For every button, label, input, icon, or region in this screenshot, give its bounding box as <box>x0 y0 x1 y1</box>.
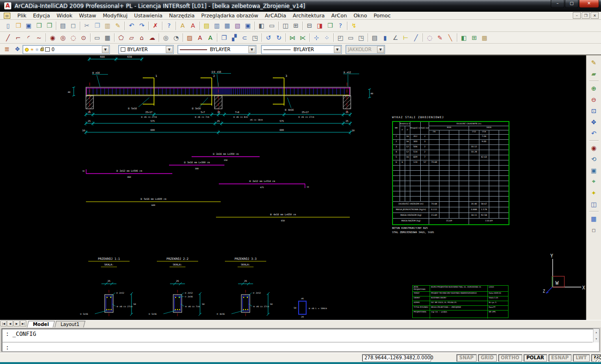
spline-button[interactable]: ~ <box>34 33 44 43</box>
hatch-button[interactable]: ▨ <box>185 33 195 43</box>
sketch-button[interactable]: ✎ <box>588 57 600 68</box>
layers-dialog-button[interactable]: ≣ <box>2 44 12 54</box>
polygon-button[interactable]: ⬠ <box>116 33 126 43</box>
view-axes-button[interactable]: ⌖ <box>588 176 600 187</box>
export-button[interactable]: ❐ <box>44 21 54 30</box>
dim-style-button[interactable]: ▦ <box>222 21 232 30</box>
lineweight-combo[interactable]: BYLAYER ▼ <box>261 45 342 54</box>
plot-button[interactable]: ▤ <box>370 33 380 43</box>
redline-button[interactable]: ✎ <box>435 33 445 43</box>
toggle-grid[interactable]: GRID <box>478 354 497 362</box>
layer-combo-arrow[interactable]: ▼ <box>102 46 109 53</box>
tab-nav-1[interactable]: ◀ <box>7 320 13 326</box>
rotate-copy-button[interactable]: ↻ <box>274 33 284 43</box>
command-input[interactable]: : <box>2 343 599 351</box>
screen-menu-button[interactable]: ▣ <box>243 21 253 30</box>
spell-button[interactable]: A <box>177 21 188 30</box>
entity-button[interactable]: ◧ <box>459 33 469 43</box>
lineweight-combo-arrow[interactable]: ▼ <box>334 46 341 53</box>
style-mgr-button[interactable]: ▧ <box>232 21 243 30</box>
paste-button[interactable]: ▥ <box>102 21 113 30</box>
menu-arcadia[interactable]: ArCADia <box>262 12 290 19</box>
menu-ustawienia[interactable]: Ustawienia <box>131 12 166 19</box>
color-combo-arrow[interactable]: ▼ <box>166 46 173 53</box>
circle-2p-button[interactable]: ◎ <box>58 33 68 43</box>
help-button[interactable]: ? <box>164 21 174 30</box>
zoom-in-button[interactable]: ⊕ <box>588 83 600 93</box>
arc-button[interactable]: ◜ <box>23 33 34 43</box>
stats-button[interactable]: ▮ <box>380 33 390 43</box>
mdi-minimize-button[interactable]: – <box>573 12 581 19</box>
table-yellow-button[interactable]: ▤ <box>201 21 212 30</box>
ruler-button[interactable]: ⊢ <box>401 33 411 43</box>
view-orbit-button[interactable]: ⟲ <box>588 154 600 164</box>
frame-d-button[interactable]: ◳ <box>250 33 260 43</box>
panel-strip-button[interactable]: ▭ <box>267 21 277 30</box>
layout-frame-button[interactable]: ▫ <box>588 225 600 235</box>
menu-modyfikuj[interactable]: Modyfikuj <box>100 12 131 19</box>
menu-architektura[interactable]: Architektura <box>290 12 328 19</box>
zoom-dynamic-button[interactable]: ✥ <box>588 117 600 127</box>
region-2-button[interactable]: ▭ <box>346 33 356 43</box>
circle-center-button[interactable]: ◉ <box>47 33 58 43</box>
new-sheet-button[interactable]: ❒ <box>325 21 335 30</box>
print-preview-button[interactable]: ◻ <box>68 21 78 30</box>
table-view-button[interactable]: ▦ <box>588 213 600 224</box>
view-star-button[interactable]: ✦ <box>588 188 600 198</box>
copy-obj-button[interactable]: ❐ <box>219 33 229 43</box>
line-button[interactable]: ╱ <box>3 33 13 43</box>
menu-pomoc[interactable]: Pomoc <box>370 12 394 19</box>
inspect-button[interactable]: ◌ <box>424 33 435 43</box>
tab-nav-2[interactable]: ▶ <box>14 320 20 326</box>
explorer-button[interactable]: ⊟ <box>304 21 315 30</box>
menu-okno[interactable]: Okno <box>350 12 370 19</box>
copy-button[interactable]: ❐ <box>92 21 102 30</box>
angle-button[interactable]: ∠ <box>390 33 401 43</box>
menu-wstaw[interactable]: Wstaw <box>76 12 100 19</box>
erase-tool-button[interactable]: ▰ <box>588 68 600 79</box>
linetype-combo[interactable]: BYLAYER ▼ <box>177 45 256 54</box>
command-scrollbar[interactable]: ▲▼ <box>593 329 599 342</box>
menu-arcon[interactable]: ArCon <box>328 12 350 19</box>
offset-button[interactable]: ⊂ <box>239 33 250 43</box>
ellipse-button[interactable]: ⊙ <box>78 33 89 43</box>
tab-model[interactable]: Model <box>27 321 55 327</box>
zoom-previous-button[interactable]: ↶ <box>588 128 600 138</box>
array-button[interactable]: ▞ <box>229 33 239 43</box>
new-button[interactable]: ▯ <box>3 21 13 30</box>
menu-narz-dzia[interactable]: Narzędzia <box>166 12 198 19</box>
match-props-button[interactable]: ✎ <box>113 21 123 30</box>
select-button[interactable]: ⊹ <box>311 33 322 43</box>
rotated-rect-button[interactable]: ▱ <box>126 33 137 43</box>
view-redline-button[interactable]: ◉ <box>588 143 600 153</box>
cut-button[interactable]: ✂ <box>82 21 92 30</box>
intellicad-bolt-button[interactable]: ↯ <box>349 21 359 30</box>
maximize-button[interactable]: ▢ <box>565 0 578 8</box>
layer-combo[interactable]: ☀ ❄ 0 ▼ <box>23 45 110 54</box>
mdi-restore-button[interactable]: ❐ <box>582 12 590 19</box>
tab-layout1[interactable]: Layout1 <box>54 321 85 327</box>
donut-button[interactable]: ◎ <box>161 33 171 43</box>
rotate-button[interactable]: ↺ <box>263 33 274 43</box>
mirror-v-button[interactable]: ⋉ <box>298 33 308 43</box>
zoom-out-button[interactable]: ⊖ <box>588 94 600 105</box>
region-3-button[interactable]: ◳ <box>356 33 366 43</box>
panel-left-button[interactable]: ◧ <box>256 21 267 30</box>
menu-przegl-darka-obraz-w[interactable]: Przeglądarka obrazów <box>198 12 262 19</box>
undo-button[interactable]: ↶ <box>126 21 137 30</box>
mirror-button[interactable]: ⋈ <box>287 33 298 43</box>
frame-1-button[interactable]: ◫ <box>280 21 291 30</box>
toggle-lwt[interactable]: LWT <box>573 354 589 362</box>
align-text-button[interactable]: A <box>205 33 216 43</box>
print-button[interactable]: ▤ <box>58 21 68 30</box>
region-1-button[interactable]: ◰ <box>335 33 346 43</box>
document-icon[interactable]: ▤ <box>4 13 10 19</box>
erase-button[interactable]: ✗ <box>150 21 161 30</box>
drawing-canvas[interactable]: 123 2525×175×7257×825×1725⑥ ∅6 co 27cm⑥ … <box>0 55 586 320</box>
minimize-button[interactable]: – <box>551 0 564 8</box>
tab-nav-0[interactable]: |◀ <box>0 320 7 326</box>
image-button[interactable]: ▦ <box>102 33 113 43</box>
slash-blue-button[interactable]: ╱ <box>411 33 421 43</box>
menu-edycja[interactable]: Edycja <box>30 12 53 19</box>
dim-edit-button[interactable]: ▥ <box>212 21 222 30</box>
